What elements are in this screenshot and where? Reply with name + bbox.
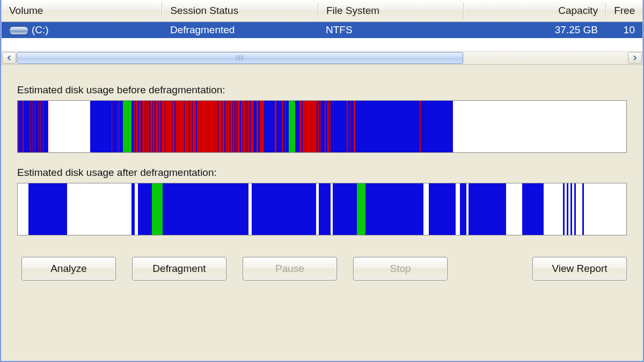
segment-green (123, 101, 131, 152)
table-row[interactable]: (C:) Defragmented NTFS 37.25 GB 10 (2, 22, 642, 38)
segment-blue (90, 101, 112, 152)
col-header-file-system[interactable]: File System (319, 5, 463, 17)
scroll-thumb[interactable] (17, 52, 463, 64)
segment-blue (138, 183, 152, 235)
segment-red (175, 101, 184, 152)
after-label: Estimated disk usage after defragmentati… (17, 167, 627, 179)
segment-white (576, 183, 582, 235)
volume-label: (C:) (32, 24, 49, 35)
cell-session-status: Defragmented (163, 24, 318, 36)
segment-blue (112, 101, 118, 152)
cell-capacity: 37.25 GB (463, 24, 605, 36)
segment-blue (522, 183, 544, 235)
scroll-right-button[interactable] (628, 52, 642, 64)
segment-blue (276, 101, 282, 152)
segment-green (357, 183, 365, 235)
segment-red (303, 101, 317, 152)
segment-white (18, 183, 28, 235)
segment-blue (163, 183, 248, 235)
segment-blue (28, 183, 67, 235)
table-header: Volume Session Status File System Capaci… (2, 0, 642, 22)
stop-button: Stop (353, 257, 448, 280)
cell-file-system: NTFS (318, 24, 463, 36)
pause-button: Pause (243, 257, 337, 280)
segment-white (423, 183, 429, 235)
before-label: Estimated disk usage before defragmentat… (17, 84, 627, 96)
cell-free: 10 (605, 24, 642, 36)
segment-red (260, 101, 264, 152)
segment-white (544, 183, 563, 235)
usage-bar-before (17, 100, 627, 153)
segment-white (67, 183, 131, 235)
segment-blue (331, 101, 347, 152)
usage-bar-after (17, 183, 627, 235)
segment-white (453, 101, 566, 152)
segment-red (185, 101, 189, 152)
scroll-left-button[interactable] (2, 52, 16, 64)
segment-blue (333, 183, 357, 235)
col-header-volume[interactable]: Volume (2, 5, 162, 17)
segment-white (456, 183, 460, 235)
segment-blue (469, 183, 506, 235)
segment-blue (355, 101, 420, 152)
segment-blue (319, 183, 331, 235)
segment-white (48, 101, 90, 152)
segment-blue (421, 101, 453, 152)
chevron-left-icon (7, 55, 11, 61)
defragment-button[interactable]: Defragment (132, 257, 226, 280)
segment-white (584, 183, 627, 235)
volume-table: Volume Session Status File System Capaci… (1, 0, 643, 65)
col-header-capacity[interactable]: Capacity (464, 5, 606, 17)
segment-blue (429, 183, 456, 235)
chevron-right-icon (633, 55, 637, 61)
drive-icon (9, 26, 28, 35)
segment-red (197, 101, 217, 152)
segment-blue (460, 183, 466, 235)
horizontal-scrollbar[interactable] (2, 51, 642, 64)
segment-white (506, 183, 522, 235)
segment-blue (365, 183, 423, 235)
segment-green (152, 183, 163, 235)
col-header-session-status[interactable]: Session Status (163, 5, 317, 17)
segment-blue (321, 101, 325, 152)
col-header-free[interactable]: Free (606, 5, 642, 17)
segment-blue (264, 101, 275, 152)
scroll-track[interactable] (17, 51, 627, 64)
thumb-grip-icon (236, 55, 244, 61)
analyze-button[interactable]: Analyze (21, 257, 116, 280)
content-area: Estimated disk usage before defragmentat… (1, 65, 643, 361)
view-report-button[interactable]: View Report (532, 257, 627, 280)
segment-red (165, 101, 172, 152)
segment-green (289, 101, 295, 152)
segment-blue (43, 101, 48, 152)
cell-volume: (C:) (2, 24, 163, 36)
segment-blue (24, 101, 30, 152)
segment-blue (252, 183, 316, 235)
button-row: Analyze Defragment Pause Stop View Repor… (17, 257, 627, 280)
defrag-panel: Volume Session Status File System Capaci… (0, 0, 644, 362)
segment-blue (295, 101, 299, 152)
